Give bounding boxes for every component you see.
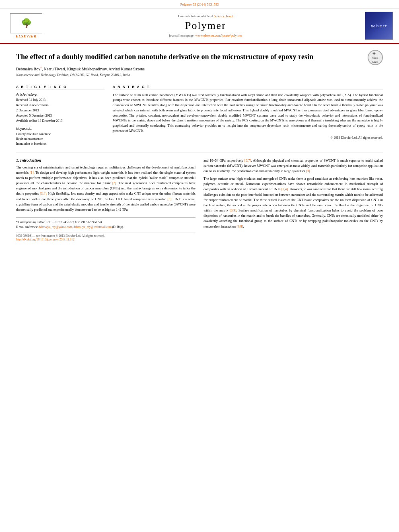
- intro-para2: and 10−54 GPa respectively [6,7]. Althou…: [204, 158, 383, 174]
- elsevier-label: ELSEVIER: [16, 34, 37, 38]
- email-label: E-mail addresses:: [16, 225, 38, 229]
- copyright-line: © 2013 Elsevier Ltd. All rights reserved…: [113, 136, 383, 140]
- citation-2[interactable]: [2]: [112, 181, 116, 185]
- citation-3-4[interactable]: [3,4]: [40, 191, 46, 195]
- citation-6-7[interactable]: [6,7]: [245, 158, 251, 162]
- article-info-label: A R T I C L E I N F O: [16, 85, 67, 89]
- authors: Debmalya Roy*, Neeru Tiwari, Kingsuk Muk…: [16, 66, 364, 71]
- abstract-text: The surface of multi wall carbon nanotub…: [113, 92, 383, 134]
- available-date: Available online 13 December 2013: [16, 119, 105, 123]
- keyword-3: Interaction at interfaces: [16, 142, 105, 146]
- homepage-url[interactable]: www.elsevier.com/locate/polymer: [195, 33, 242, 37]
- page: Polymer 55 (2014) 583–593 🌳 ELSEVIER Con…: [0, 0, 399, 532]
- accepted-date: Accepted 5 December 2013: [16, 113, 105, 118]
- elsevier-logo-area: 🌳 ELSEVIER: [4, 12, 48, 40]
- homepage-line: journal homepage: www.elsevier.com/locat…: [52, 33, 359, 37]
- revised-date: 2 December 2013: [16, 108, 105, 113]
- contents-text: Contents lists available at: [178, 14, 213, 18]
- sciencedirect-link: Contents lists available at ScienceDirec…: [52, 14, 359, 18]
- elsevier-tree-icon: 🌳: [21, 18, 32, 29]
- polymer-thumbnail: polymer: [363, 12, 395, 40]
- journal-citation: Polymer 55 (2014) 583–593: [180, 2, 219, 6]
- footnotes-section: * Corresponding author. Tel.: +91 512 24…: [16, 217, 195, 230]
- doi-link[interactable]: http://dx.doi.org/10.1016/j.polymer.2013…: [16, 238, 74, 241]
- journal-header: 🌳 ELSEVIER Contents lists available at S…: [0, 8, 399, 44]
- citation-8-9[interactable]: [8,9]: [230, 208, 236, 212]
- email1-link[interactable]: debmalya_roy@yahoo.com: [39, 225, 72, 229]
- info-abstract-section: A R T I C L E I N F O Article history: R…: [16, 85, 383, 146]
- journal-title-area: Contents lists available at ScienceDirec…: [52, 12, 359, 40]
- affiliation: Nanoscience and Technology Division, DMS…: [16, 73, 364, 77]
- citation-5[interactable]: [5]: [167, 197, 171, 201]
- keyword-2: Resin microstructure: [16, 137, 105, 142]
- footnote-email: E-mail addresses: debmalya_roy@yahoo.com…: [16, 225, 195, 229]
- received-date: Received 31 July 2013: [16, 98, 105, 103]
- history-label: Article history:: [16, 92, 105, 97]
- issn-line: 0032-3861/$ — see front matter © 2013 El…: [16, 234, 195, 238]
- abstract-heading: A B S T R A C T: [113, 85, 383, 90]
- polymer-cover: polymer: [365, 12, 393, 40]
- body-left-col: 1. Introduction The coming era of miniat…: [16, 158, 195, 243]
- body-section: 1. Introduction The coming era of miniat…: [16, 158, 383, 243]
- polymer-cover-text: polymer: [369, 22, 389, 30]
- article-info-col: A R T I C L E I N F O Article history: R…: [16, 85, 105, 146]
- footer-bar: 0032-3861/$ — see front matter © 2013 El…: [16, 232, 195, 243]
- footnote-name: (D. Roy).: [112, 225, 124, 229]
- sciencedirect-anchor[interactable]: ScienceDirect: [214, 14, 233, 18]
- revised-label: Received in revised form: [16, 103, 105, 108]
- citation-3[interactable]: [3]: [306, 169, 310, 173]
- intro-para1: The coming era of miniaturization and sm…: [16, 165, 195, 213]
- authors-text: Debmalya Roy*, Neeru Tiwari, Kingsuk Muk…: [16, 67, 145, 71]
- abstract-label: A B S T R A C T: [113, 85, 150, 89]
- citation-3-8[interactable]: [3,8]: [237, 224, 243, 228]
- citation-1[interactable]: [1]: [30, 170, 34, 175]
- content-area: The effect of a doubly modified carbon n…: [0, 44, 399, 251]
- article-title: The effect of a doubly modified carbon n…: [16, 52, 364, 62]
- crossmark-symbol: ✚CrossMark: [372, 51, 378, 64]
- abstract-col: A B S T R A C T The surface of multi wal…: [113, 85, 383, 146]
- intro-heading: 1. Introduction: [16, 158, 195, 162]
- section-divider: [16, 152, 383, 152]
- doi-line: http://dx.doi.org/10.1016/j.polymer.2013…: [16, 238, 195, 241]
- intro-para3: The large surface area, high modulus and…: [204, 176, 383, 229]
- journal-name: Polymer: [52, 20, 359, 32]
- email2-link[interactable]: debmalya_roy@rediffmail.com: [74, 225, 111, 229]
- footnote-corresponding: * Corresponding author. Tel.: +91 512 24…: [16, 220, 195, 224]
- crossmark-icon: ✚CrossMark: [368, 50, 383, 65]
- homepage-label: journal homepage:: [169, 33, 195, 37]
- keywords-label: Keywords:: [16, 127, 105, 131]
- top-bar: Polymer 55 (2014) 583–593: [0, 0, 399, 8]
- elsevier-box: 🌳: [10, 13, 42, 33]
- crossmark-badge: ✚CrossMark: [368, 50, 383, 65]
- keyword-1: Doubly modified nanotube: [16, 132, 105, 137]
- article-info-heading: A R T I C L E I N F O: [16, 85, 105, 90]
- body-right-col: and 10−54 GPa respectively [6,7]. Althou…: [204, 158, 383, 243]
- citation-3-4b[interactable]: [3,4]: [282, 187, 288, 191]
